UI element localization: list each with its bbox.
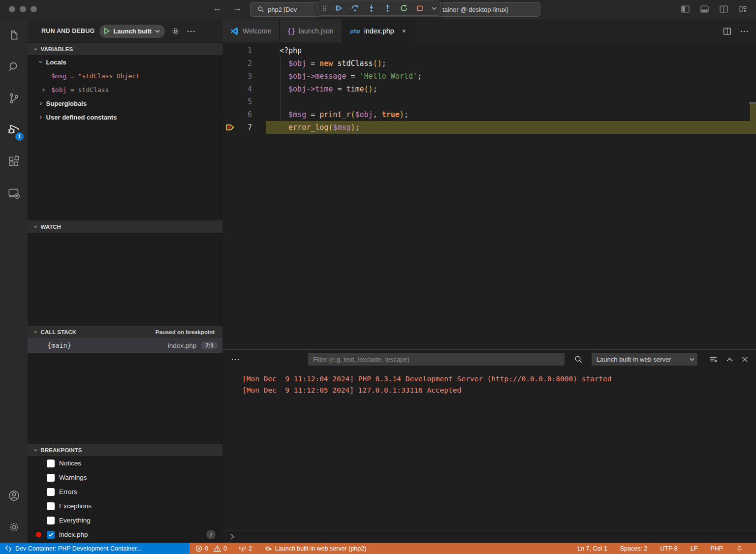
restart-icon[interactable] — [400, 4, 408, 12]
breakpoint-label: Warnings — [59, 474, 87, 481]
variables-group-row[interactable]: ›Superglobals — [28, 96, 222, 110]
remote-explorer-icon[interactable] — [0, 177, 28, 209]
json-braces-icon: { } — [288, 27, 295, 35]
status-bar: Dev Container: PHP Development Container… — [0, 543, 756, 554]
step-over-icon[interactable] — [351, 4, 359, 12]
tab-launch-json[interactable]: { } launch.json — [280, 20, 343, 42]
extensions-icon[interactable] — [0, 146, 28, 177]
continue-icon[interactable] — [335, 4, 343, 12]
breakpoint-checkbox[interactable] — [47, 460, 55, 467]
editor-gutter[interactable]: 5 — [222, 95, 266, 108]
editor-gutter[interactable]: 4 — [222, 83, 266, 95]
close-panel-icon[interactable] — [742, 356, 748, 363]
watch-section-header[interactable]: ›WATCH — [28, 220, 222, 233]
ports-indicator[interactable]: 2 — [239, 545, 252, 552]
source-control-icon[interactable] — [0, 83, 28, 114]
explorer-icon[interactable] — [0, 20, 28, 51]
stop-icon[interactable] — [416, 4, 424, 12]
editor-gutter[interactable]: 2 — [222, 57, 266, 70]
close-window-button[interactable] — [9, 6, 15, 12]
breakpoint-row[interactable]: index.php7 — [28, 527, 222, 542]
editor-gutter[interactable]: 7 — [222, 121, 266, 134]
breakpoint-checkbox[interactable] — [47, 502, 55, 510]
code-line-2[interactable]: 2 $obj = new stdClass(); — [222, 57, 756, 70]
language-mode[interactable]: PHP — [710, 545, 723, 552]
toggle-sidebar-icon[interactable] — [681, 5, 690, 13]
tab-welcome[interactable]: Welcome — [222, 20, 280, 42]
chevron-down-icon[interactable] — [432, 6, 437, 10]
code-editor[interactable]: 1<?php2 $obj = new stdClass();3 $obj->me… — [222, 42, 756, 349]
panel-overflow-tabs-icon[interactable]: ··· — [231, 355, 240, 364]
code-line-7[interactable]: 7 error_log($msg); — [222, 121, 756, 134]
breakpoint-row[interactable]: Notices — [28, 456, 222, 470]
stack-frame-file: index.php — [168, 342, 197, 349]
debug-console-panel: ··· Launch built-in web server [Mon Dec … — [222, 349, 756, 543]
console-filter-input[interactable] — [308, 353, 565, 366]
breakpoint-checkbox[interactable] — [47, 474, 55, 482]
step-out-icon[interactable] — [383, 4, 392, 12]
split-editor-icon[interactable] — [723, 27, 731, 35]
search-icon[interactable] — [0, 51, 28, 83]
variables-group-label: User defined constants — [46, 114, 117, 121]
variables-group-row[interactable]: ›User defined constants — [28, 110, 222, 124]
editor-gutter[interactable]: 6 — [222, 108, 266, 121]
grip-icon[interactable] — [322, 4, 327, 12]
close-tab-icon[interactable]: × — [402, 27, 406, 35]
more-editor-actions-icon[interactable]: ··· — [740, 27, 749, 35]
breakpoints-section-header[interactable]: ›BREAKPOINTS — [28, 443, 222, 456]
code-line-5[interactable]: 5 — [222, 95, 756, 108]
code-line-1[interactable]: 1<?php — [222, 44, 756, 57]
toggle-panel-icon[interactable] — [700, 5, 709, 13]
editor-gutter[interactable]: 1 — [222, 44, 266, 57]
code-line-3[interactable]: 3 $obj->message = 'Hello World'; — [222, 70, 756, 83]
breakpoint-row[interactable]: Warnings — [28, 470, 222, 485]
code-line-6[interactable]: 6 $msg = print_r($obj, true); — [222, 108, 756, 121]
launch-configuration-button[interactable]: Launch built — [99, 25, 164, 38]
line-number: 6 — [222, 110, 252, 119]
run-and-debug-icon[interactable]: 1 — [0, 114, 28, 146]
call-stack-section-header[interactable]: ›CALL STACK Paused on breakpoint — [28, 325, 222, 338]
debug-session-select[interactable]: Launch built-in web server — [592, 353, 697, 366]
tab-index-php[interactable]: php index.php × — [343, 20, 415, 42]
debug-session-indicator[interactable]: Launch built-in web server (php2) — [265, 545, 367, 552]
zoom-window-button[interactable] — [31, 6, 37, 12]
customize-layout-icon[interactable] — [739, 5, 747, 13]
code-line-4[interactable]: 4 $obj->time = time(); — [222, 83, 756, 95]
eol-setting[interactable]: LF — [691, 545, 698, 552]
scrollbar-slider[interactable] — [749, 102, 756, 104]
go-forward-button[interactable]: → — [233, 3, 242, 14]
warnings-icon — [214, 545, 221, 552]
more-actions-icon[interactable]: ··· — [187, 27, 196, 35]
settings-gear-icon[interactable] — [171, 27, 180, 36]
breakpoint-checkbox[interactable] — [47, 517, 55, 524]
variable-row[interactable]: ›$obj = stdClass — [28, 83, 222, 96]
breakpoint-checkbox[interactable] — [47, 488, 55, 496]
stack-frame-row[interactable]: {main} index.php 7:1 — [28, 338, 222, 353]
breakpoint-row[interactable]: Errors — [28, 485, 222, 499]
clear-console-icon[interactable] — [709, 355, 718, 364]
accounts-icon[interactable] — [0, 480, 28, 511]
debug-repl-input[interactable] — [222, 530, 756, 543]
breakpoint-row[interactable]: Everything — [28, 513, 222, 527]
step-into-icon[interactable] — [367, 4, 376, 12]
settings-gear-icon[interactable] — [0, 511, 28, 543]
breakpoint-row[interactable]: Exceptions — [28, 499, 222, 513]
go-back-button[interactable]: ← — [213, 3, 222, 14]
debug-start-icon — [265, 545, 273, 552]
cursor-position[interactable]: Ln 7, Col 1 — [577, 545, 607, 552]
encoding-setting[interactable]: UTF-8 — [660, 545, 677, 552]
play-icon — [104, 28, 110, 34]
breakpoint-checkbox[interactable] — [47, 531, 55, 539]
notifications-bell-icon[interactable] — [736, 545, 743, 552]
variables-group-row[interactable]: ›Locals — [28, 55, 222, 69]
editor-gutter[interactable]: 3 — [222, 70, 266, 83]
variables-section-header[interactable]: ›VARIABLES — [28, 42, 222, 55]
remote-indicator[interactable]: Dev Container: PHP Development Container… — [0, 543, 189, 554]
indentation-setting[interactable]: Spaces: 2 — [620, 545, 648, 552]
toggle-secondary-sidebar-icon[interactable] — [720, 5, 728, 13]
maximize-panel-icon[interactable] — [726, 357, 733, 362]
minimize-window-button[interactable] — [20, 6, 26, 12]
problems-indicator[interactable]: 0 0 — [195, 545, 227, 552]
code-text: $obj->message = 'Hello World'; — [266, 72, 422, 81]
variable-row[interactable]: $msg = "stdClass Object — [28, 69, 222, 83]
